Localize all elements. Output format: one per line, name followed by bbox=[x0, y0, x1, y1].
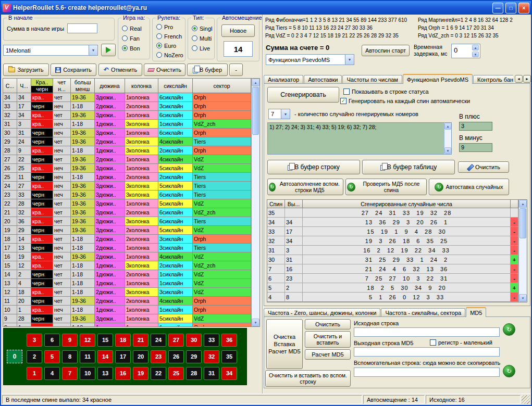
gen-table-row[interactable]: 5218 2 5 30 34 9 20+ bbox=[267, 283, 518, 293]
clear-button[interactable]: Очистить bbox=[144, 64, 185, 76]
autofill-md5-button[interactable]: ↻Автозаполнение вспом. строки МД5 bbox=[267, 179, 343, 195]
spin-table-row[interactable]: 142чернчет1-181дюжи..2колонка1сиклайнVdZ bbox=[3, 270, 251, 279]
buffer-row-button[interactable]: В буфер строку bbox=[267, 160, 360, 174]
spin-table-scrollbar[interactable]: ▲ ▼ bbox=[251, 79, 259, 326]
spin-table-row[interactable]: 2333черннеч19-363дюжи..3колонка6сиклайнT… bbox=[3, 191, 251, 199]
md5-aux-input[interactable] bbox=[354, 367, 500, 377]
chevron-down-icon[interactable]: ▼ bbox=[281, 109, 290, 119]
spinner-down-icon[interactable]: ▼ bbox=[472, 52, 479, 57]
board-cell-10[interactable]: 10 bbox=[80, 367, 95, 380]
md5-aux-paste-button[interactable]: ↻ bbox=[503, 365, 515, 377]
col-header-column[interactable]: колонка bbox=[125, 79, 158, 93]
board-cell-7[interactable]: 7 bbox=[62, 367, 78, 380]
resize-grip[interactable] bbox=[522, 395, 530, 404]
textarea-scrollbar[interactable]: ▲ ▼ bbox=[444, 123, 451, 154]
board-cell-9[interactable]: 9 bbox=[62, 334, 78, 347]
spin-table-row[interactable]: 2625кра..неч19-363дюжи..1колонка5сиклайн… bbox=[3, 164, 251, 173]
titlebar[interactable]: HelperRoullet 5.6- create helperroullet@… bbox=[1, 1, 531, 15]
board-cell-33[interactable]: 33 bbox=[204, 334, 219, 347]
chevron-down-icon[interactable]: ▼ bbox=[345, 55, 354, 65]
scroll-up-icon[interactable]: ▲ bbox=[519, 200, 527, 208]
radio-multi[interactable]: Multi bbox=[192, 34, 212, 42]
spin-table-row[interactable]: 313кра..неч1-181дюжи..3колонка1сиклайнVd… bbox=[3, 120, 251, 129]
maximize-button[interactable]: □ bbox=[505, 3, 516, 14]
md5-output-input[interactable] bbox=[354, 347, 500, 357]
scroll-up-icon[interactable]: ▲ bbox=[252, 79, 259, 86]
scroll-down-icon[interactable]: ▼ bbox=[444, 147, 451, 154]
gen-table-row[interactable]: 343413 36 29 3 20 26 1- bbox=[267, 218, 518, 227]
minus-button[interactable]: - bbox=[229, 64, 243, 76]
board-cell-15[interactable]: 15 bbox=[97, 334, 113, 347]
gen-table-row[interactable]: 3527 24 31 33 19 32 28 bbox=[267, 208, 518, 218]
gen-table-row[interactable]: 303131 25 29 33 1 24 2+ bbox=[267, 255, 518, 264]
spin-table-row[interactable]: 3317черннеч1-182дюжи..2колонка3сиклайнOr… bbox=[3, 102, 251, 111]
gen-table-row[interactable]: 71621 24 4 6 32 13 36- bbox=[267, 264, 518, 274]
md5-source-paste-button[interactable]: ↻ bbox=[503, 323, 515, 336]
tab-scroll-left-icon[interactable]: ◄ bbox=[515, 75, 523, 83]
spin-table-row[interactable]: 2511черннеч1-181дюжи..2колонка2сиклайнTi… bbox=[3, 173, 251, 182]
generate-button[interactable]: Сгенерировать bbox=[267, 87, 339, 103]
spin-table-row[interactable]: 2722чернчет19-362дюжи..1колонка4сиклайнV… bbox=[3, 155, 251, 164]
board-cell-2[interactable]: 2 bbox=[27, 350, 42, 363]
board-cell-23[interactable]: 23 bbox=[151, 350, 166, 363]
board-cell-35[interactable]: 35 bbox=[221, 350, 237, 363]
start-sum-input[interactable] bbox=[67, 23, 97, 33]
delay-spinner[interactable]: 0 ▲ ▼ bbox=[451, 44, 480, 58]
radio-fan[interactable]: Fan bbox=[122, 34, 140, 42]
tab-chastoty-po-chislam[interactable]: Частоты по числам bbox=[342, 75, 402, 84]
scroll-down-icon[interactable]: ▼ bbox=[252, 319, 259, 326]
board-cell-20[interactable]: 20 bbox=[133, 350, 149, 363]
tab-kontrol-bankrolla[interactable]: Контроль банкролл bbox=[473, 75, 513, 84]
gen-col-result[interactable]: Вы... bbox=[285, 200, 303, 208]
col-header-number[interactable]: Ч... bbox=[17, 79, 31, 93]
autoshift-new-button[interactable]: Новое bbox=[221, 24, 255, 37]
board-cell-29[interactable]: 29 bbox=[186, 350, 202, 363]
col-header-parity[interactable]: четн... bbox=[53, 79, 71, 93]
board-cell-16[interactable]: 16 bbox=[115, 367, 131, 380]
board-cell-4[interactable]: 4 bbox=[44, 367, 60, 380]
load-button[interactable]: Загрузить bbox=[3, 64, 49, 76]
tab-chastota-zero[interactable]: Частота - Zero, шансы, дюжины, колонки bbox=[264, 308, 380, 317]
gen-table-row[interactable]: 31316 2 12 19 22 34 33- bbox=[267, 246, 518, 255]
save-button[interactable]: Сохранить bbox=[51, 64, 96, 76]
gen-table-row[interactable]: 331715 19 1 9 4 28 30- bbox=[267, 227, 518, 236]
board-cell-30[interactable]: 30 bbox=[186, 334, 202, 347]
scrollbar-thumb[interactable] bbox=[252, 87, 259, 135]
scroll-down-icon[interactable]: ▼ bbox=[519, 294, 527, 302]
col-header-sixline[interactable]: сикслайн bbox=[158, 79, 193, 93]
radio-nozero[interactable]: NoZero bbox=[156, 51, 183, 59]
board-cell-27[interactable]: 27 bbox=[168, 334, 184, 347]
col-header-color[interactable]: Кра..черн bbox=[31, 79, 53, 93]
tab-avtostavki[interactable]: Автоставки bbox=[304, 75, 342, 84]
spin-table-row[interactable]: 2427кра..неч19-363дюжи..3колонка5сиклайн… bbox=[3, 182, 251, 191]
md5-clear-paste-button[interactable]: Очистить и вставить bbox=[305, 331, 351, 348]
spin-table-row[interactable]: 134чернчет1-181дюжи..1колонка1сиклайнVdZ bbox=[3, 279, 251, 288]
spin-table-row[interactable]: 2132кра..чет19-363дюжи..2колонка6сиклайн… bbox=[3, 208, 251, 217]
radio-bon[interactable]: Bon bbox=[122, 44, 140, 52]
md5-big-button[interactable]: Очистка Вставка Расчет MD5 bbox=[266, 319, 303, 369]
board-cell-34[interactable]: 34 bbox=[221, 367, 237, 380]
col-header-spin[interactable]: С... bbox=[3, 79, 17, 93]
radio-live[interactable]: Live bbox=[192, 44, 210, 52]
col-header-sector[interactable]: сектор bbox=[193, 79, 251, 93]
spin-table-row[interactable]: 1713черннеч1-182дюжи..1колонка3сиклайнTi… bbox=[3, 244, 251, 252]
spin-table-row[interactable]: 3234кра..чет19-363дюжи..1колонка6сиклайн… bbox=[3, 111, 251, 120]
auto-generate-checkbox[interactable]: ✓ Генерировать на каждый спин автоматиче… bbox=[340, 98, 470, 104]
spin-table-row[interactable]: 1512кра..чет1-181дюжи..3колонка2сиклайнV… bbox=[3, 261, 251, 270]
close-button[interactable]: × bbox=[518, 3, 529, 14]
check-md5-button[interactable]: ↻Проверить МД5 после спина bbox=[345, 179, 427, 195]
board-cell-31[interactable]: 31 bbox=[204, 367, 219, 380]
board-cell-25[interactable]: 25 bbox=[168, 367, 184, 380]
board-cell-21[interactable]: 21 bbox=[133, 334, 149, 347]
board-cell-22[interactable]: 22 bbox=[151, 367, 166, 380]
spin-table-row[interactable]: 1619кра..неч19-362дюжи..1колонка4сиклайн… bbox=[3, 252, 251, 261]
radio-french[interactable]: French bbox=[156, 32, 182, 40]
board-cell-32[interactable]: 32 bbox=[204, 350, 219, 363]
radio-singl[interactable]: Singl bbox=[192, 24, 212, 32]
undo-button[interactable]: ↶Отменить bbox=[98, 64, 142, 76]
play-button[interactable] bbox=[101, 44, 116, 56]
autobet-random-button[interactable]: ↻Автоставка случайных bbox=[429, 179, 509, 195]
autospin-start-button[interactable]: Автоспин старт bbox=[362, 45, 410, 56]
gen-col-numbers[interactable]: Сгенерированные случайные числа bbox=[303, 200, 511, 208]
register-checkbox[interactable]: регистр - маленький bbox=[430, 339, 492, 346]
